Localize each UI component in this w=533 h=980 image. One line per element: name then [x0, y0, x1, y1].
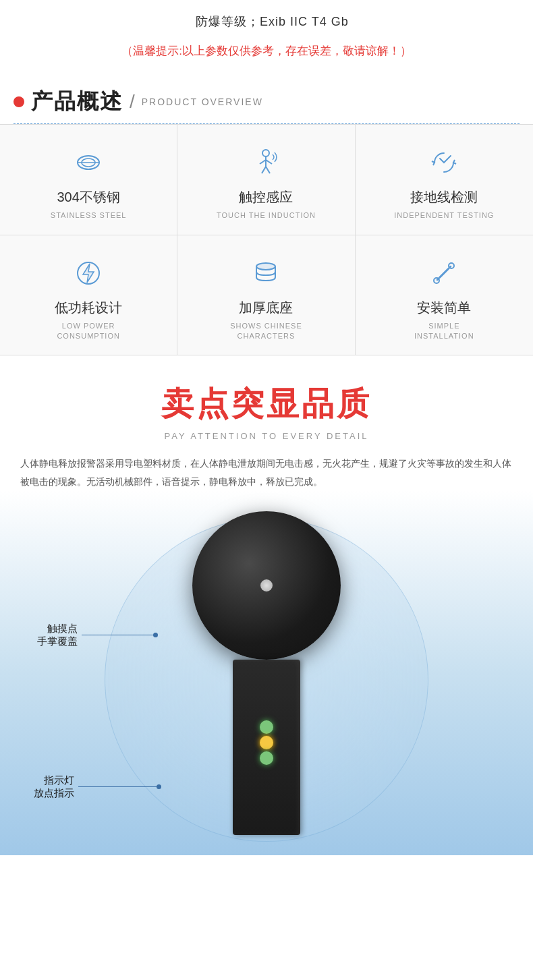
feature-touch: 触控感应 TOUCH THE INDUCTION — [177, 125, 355, 235]
annotation-led-dot — [157, 784, 161, 789]
overview-header: 产品概述 / PRODUCT OVERVIEW — [13, 87, 520, 124]
product-image-section: 触摸点 手掌覆盖 指示灯 放点指示 — [0, 491, 533, 855]
red-dot-icon — [13, 96, 24, 107]
feature-cn-2: 触控感应 — [239, 188, 293, 206]
stainless-steel-icon — [71, 145, 106, 180]
annotation-touch-line — [82, 635, 156, 635]
selling-title-en: PAY ATTENTION TO EVERY DETAIL — [13, 431, 520, 441]
svg-point-13 — [434, 278, 439, 283]
annotation-touch-line2: 手掌覆盖 — [37, 635, 78, 648]
selling-title-cn: 卖点突显品质 — [13, 382, 520, 426]
feature-cn-1: 304不锈钢 — [57, 188, 119, 206]
svg-line-5 — [260, 160, 266, 164]
simple-install-icon — [426, 256, 461, 291]
feature-en-4: LOW POWERCONSUMPTION — [57, 321, 120, 342]
feature-cn-3: 接地线检测 — [410, 188, 478, 206]
device-sphere — [192, 511, 341, 660]
low-power-icon — [71, 256, 106, 291]
feature-en-6: SIMPLEINSTALLATION — [414, 321, 474, 342]
top-section: 防爆等级；Exib IIC T4 Gb （温馨提示:以上参数仅供参考，存在误差，… — [0, 0, 533, 80]
svg-line-8 — [266, 167, 270, 173]
device-illustration — [179, 511, 354, 848]
feature-en-3: INDEPENDENT TESTING — [394, 210, 494, 221]
annotation-led-line — [78, 786, 159, 787]
feature-ground: 接地线检测 INDEPENDENT TESTING — [356, 125, 533, 235]
svg-marker-10 — [83, 264, 94, 283]
explosion-label: 防爆等级；Exib IIC T4 Gb — [13, 7, 520, 30]
thick-base-icon — [248, 256, 283, 291]
features-grid: 304不锈钢 STAINLESS STEEL 触控感应 — [0, 124, 533, 355]
led-green-2 — [260, 751, 273, 765]
svg-line-6 — [266, 160, 272, 164]
annotation-touch-line1: 触摸点 — [37, 623, 78, 635]
feature-en-1: STAINLESS STEEL — [51, 210, 127, 221]
feature-cn-4: 低功耗设计 — [55, 299, 122, 317]
led-strip — [256, 720, 277, 765]
overview-title-en: PRODUCT OVERVIEW — [142, 96, 263, 107]
led-green — [260, 720, 273, 734]
led-yellow — [260, 736, 273, 749]
selling-section: 卖点突显品质 PAY ATTENTION TO EVERY DETAIL 人体静… — [0, 355, 533, 490]
feature-cn-5: 加厚底座 — [239, 299, 293, 317]
feature-install: 安装简单 SIMPLEINSTALLATION — [356, 235, 533, 356]
features-section: 304不锈钢 STAINLESS STEEL 触控感应 — [0, 124, 533, 355]
ground-test-icon — [426, 145, 461, 180]
device-handle — [233, 660, 300, 835]
feature-en-5: SHOWS CHINESECHARACTERS — [230, 321, 302, 342]
svg-line-7 — [262, 167, 266, 173]
overview-divider: / — [130, 91, 135, 113]
svg-point-3 — [262, 150, 269, 156]
feature-lowpower: 低功耗设计 LOW POWERCONSUMPTION — [0, 235, 177, 356]
warning-text: （温馨提示:以上参数仅供参考，存在误差，敬请谅解！） — [13, 30, 520, 67]
annotation-led: 指示灯 放点指示 — [34, 774, 159, 800]
feature-base: 加厚底座 SHOWS CHINESECHARACTERS — [177, 235, 355, 356]
touch-sensor-icon — [248, 145, 283, 180]
svg-point-11 — [256, 263, 275, 270]
annotation-touch-dot — [153, 633, 158, 637]
overview-section: 产品概述 / PRODUCT OVERVIEW — [0, 80, 533, 124]
feature-stainless: 304不锈钢 STAINLESS STEEL — [0, 125, 177, 235]
overview-title-cn: 产品概述 — [31, 87, 123, 117]
svg-point-15 — [449, 263, 454, 268]
selling-desc: 人体静电释放报警器采用导电塑料材质，在人体静电泄放期间无电击感，无火花产生，规避… — [13, 455, 520, 490]
annotation-touch: 触摸点 手掌覆盖 — [37, 623, 156, 648]
feature-en-2: TOUCH THE INDUCTION — [217, 210, 316, 221]
annotation-led-line2: 放点指示 — [34, 787, 74, 800]
annotation-led-line1: 指示灯 — [34, 774, 74, 787]
feature-cn-6: 安装简单 — [417, 299, 471, 317]
